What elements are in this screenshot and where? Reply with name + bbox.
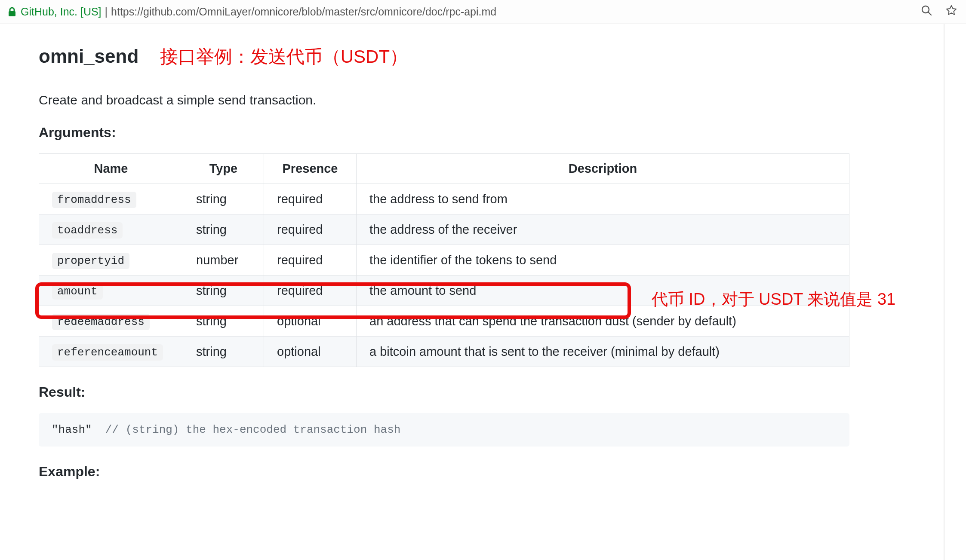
arg-description: the identifier of the tokens to send	[357, 245, 849, 275]
arg-type: string	[183, 337, 264, 367]
arg-name: redeemaddress	[52, 314, 150, 330]
arg-name: amount	[52, 283, 103, 300]
table-row: referenceamount string optional a bitcoi…	[39, 337, 849, 367]
arg-presence: required	[264, 245, 357, 275]
secure-org-label: GitHub, Inc. [US]	[21, 6, 102, 18]
arg-description: the address to send from	[357, 184, 849, 214]
document-body: omni_send 接口举例：发送代币（USDT） Create and bro…	[0, 24, 944, 560]
col-header-presence: Presence	[264, 154, 357, 184]
code-string: "hash"	[52, 423, 92, 436]
arg-name: toaddress	[52, 222, 123, 239]
arg-type: string	[183, 275, 264, 306]
arg-presence: required	[264, 184, 357, 214]
table-row: toaddress string required the address of…	[39, 214, 849, 245]
zoom-icon[interactable]	[920, 4, 932, 19]
svg-line-2	[928, 12, 931, 15]
table-row: fromaddress string required the address …	[39, 184, 849, 214]
arg-description: an address that can spend the transactio…	[357, 306, 849, 337]
row-annotation: 代币 ID，对于 USDT 来说值是 31	[652, 288, 895, 310]
lock-icon	[8, 7, 16, 17]
bookmark-star-icon[interactable]	[945, 4, 957, 19]
arguments-heading: Arguments:	[39, 125, 922, 141]
example-heading: Example:	[39, 464, 922, 480]
col-header-type: Type	[183, 154, 264, 184]
arg-type: string	[183, 306, 264, 337]
arg-type: number	[183, 245, 264, 275]
table-row: propertyid number required the identifie…	[39, 245, 849, 275]
arg-presence: required	[264, 275, 357, 306]
arg-name: referenceamount	[52, 344, 163, 361]
arg-description: the address of the receiver	[357, 214, 849, 245]
arguments-table: Name Type Presence Description fromaddre…	[39, 153, 849, 367]
table-row: redeemaddress string optional an address…	[39, 306, 849, 337]
col-header-description: Description	[357, 154, 849, 184]
arg-presence: optional	[264, 337, 357, 367]
arg-presence: optional	[264, 306, 357, 337]
url-separator: |	[105, 6, 108, 18]
col-header-name: Name	[39, 154, 183, 184]
arg-name: propertyid	[52, 253, 129, 269]
arg-description: a bitcoin amount that is sent to the rec…	[357, 337, 849, 367]
page-url: https://github.com/OmniLayer/omnicore/bl…	[111, 6, 496, 18]
table-header-row: Name Type Presence Description	[39, 154, 849, 184]
api-method-heading: omni_send	[39, 46, 138, 67]
result-code-block: "hash" // (string) the hex-encoded trans…	[39, 413, 849, 447]
arg-name: fromaddress	[52, 192, 136, 208]
arg-type: string	[183, 184, 264, 214]
arg-type: string	[183, 214, 264, 245]
method-description: Create and broadcast a simple send trans…	[39, 93, 922, 107]
code-comment: // (string) the hex-encoded transaction …	[92, 423, 401, 436]
heading-annotation: 接口举例：发送代币（USDT）	[160, 46, 408, 67]
svg-rect-0	[9, 11, 15, 16]
result-heading: Result:	[39, 384, 922, 400]
browser-address-bar[interactable]: GitHub, Inc. [US] | https://github.com/O…	[0, 0, 966, 24]
arg-presence: required	[264, 214, 357, 245]
